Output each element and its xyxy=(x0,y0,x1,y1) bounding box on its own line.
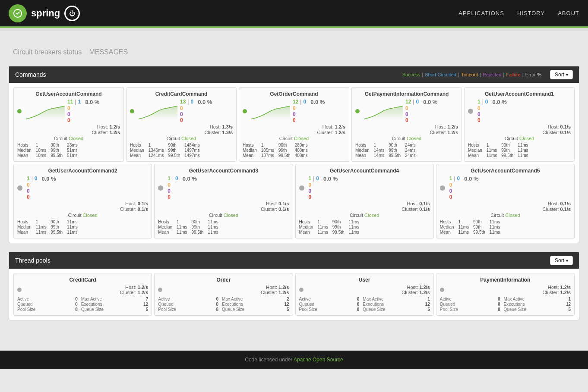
tp-executions-label: Executions xyxy=(504,302,544,307)
nav-about[interactable]: ABOUT xyxy=(558,10,579,16)
tp-queued-val: 0 xyxy=(198,302,219,307)
tp-host-cluster: Host: 1.2/s Cluster: 1.2/s xyxy=(448,285,571,295)
footer-text: Code licensed under xyxy=(245,357,294,363)
cb-p99-label: 99th xyxy=(168,148,180,153)
cb-host-cluster: Host: 0.1/s Cluster: 0.1/s xyxy=(440,201,571,212)
tp-executions-val: 12 xyxy=(125,302,148,307)
cb-stats: Hosts Median Mean 1 14ms 14ms 90th 99th … xyxy=(355,143,458,158)
cnt-timeout: 0 xyxy=(27,182,30,188)
cb-p99-label: 99th xyxy=(501,148,513,153)
nav-history[interactable]: HISTORY xyxy=(517,10,545,16)
status-dot xyxy=(17,109,22,113)
cb-host-rate: Host: 0.1/s xyxy=(468,124,571,129)
tp-dot-row: Host: 1.2/s Cluster: 1.2/s xyxy=(17,285,148,295)
threadpools-title: Thread pools xyxy=(15,257,51,264)
circuit-breaker-card: GetUserAccountCommand4 1 | 0 0.0 % 0 0 0 xyxy=(295,164,434,238)
scrollbar[interactable] xyxy=(0,28,588,31)
cb-hosts-val: 1 xyxy=(36,220,46,224)
cb-cnt-row3: 0 xyxy=(309,188,338,194)
cb-p90-label: 90th xyxy=(278,143,291,147)
cb-p995-label: 99.5th xyxy=(332,230,345,235)
cb-p90-label: 90th xyxy=(168,143,180,147)
tp-queued-val: 0 xyxy=(339,302,360,307)
tp-queue-size-label: Queue Size xyxy=(504,307,544,312)
tp-pool-size-val: 8 xyxy=(480,307,500,312)
tp-dot-row: Host: 1.2/s Cluster: 1.2/s xyxy=(299,285,430,295)
tp-max-active-val: 1 xyxy=(548,297,571,301)
tp-cluster-rate: Cluster: 1.2/s xyxy=(307,290,430,295)
legend-success: Success xyxy=(402,72,420,77)
cb-stats-pct-vals: 11ms 11ms 11ms xyxy=(349,220,359,235)
tp-host-rate: Host: 1.2/s xyxy=(448,285,571,290)
page-title: Circuit breakers status MESSAGES xyxy=(9,44,579,57)
cb-stats-pct-vals: 1484ms 1497ms 1497ms xyxy=(184,143,200,158)
nav-applications[interactable]: APPLICATIONS xyxy=(458,10,504,16)
cb-stats-pct-vals: 23ms 51ms 51ms xyxy=(67,143,77,158)
cb-mean-label: Mean xyxy=(243,153,257,158)
cb-stats: Hosts Median Mean 1 11ms 11ms 90th 99th … xyxy=(158,220,289,235)
tp-active-val: 0 xyxy=(57,297,78,301)
circuit-breaker-card: GetUserAccountCommand 11 | 1 8.0 % 0 xyxy=(13,87,124,162)
cb-p99-label: 99th xyxy=(192,225,204,229)
cb-stats: Hosts Median Mean 1 11ms 11ms 90th 99th … xyxy=(468,143,571,158)
cb-counts: 1 | 0 0.0 % 0 0 0 xyxy=(309,176,338,200)
cb-cluster-rate: Cluster: 1.2/s xyxy=(17,130,120,135)
cb-cnt-row2: 0 xyxy=(180,105,212,111)
cnt-success: 1 xyxy=(27,176,30,182)
cb-cnt-row4: 0 xyxy=(309,194,338,200)
footer: Code licensed under Apache Open Source xyxy=(0,351,588,369)
cb-cnt-row2: 0 xyxy=(405,105,437,111)
cb-p99-val: 11ms xyxy=(490,225,500,229)
legend-short-circuited: Short Circuited xyxy=(425,72,456,77)
cb-cnt-row: 1 | 0 0.0 % xyxy=(309,176,338,182)
commands-sort-button[interactable]: Sort xyxy=(550,70,573,79)
cb-card-title: GetUserAccountCommand1 xyxy=(468,91,571,97)
cb-mean-val: 137ms xyxy=(261,153,274,158)
circuit-breaker-card: GetUserAccountCommand5 1 | 0 0.0 % 0 0 0 xyxy=(436,164,575,238)
cb-median-label: Median xyxy=(440,225,454,229)
cb-graph-row: 1 | 0 0.0 % 0 0 0 xyxy=(299,176,430,200)
cb-hosts-label: Hosts xyxy=(158,220,172,224)
cnt-short: 0 xyxy=(316,176,319,182)
cb-stats-pct-labels: 90th 99th 99.5th xyxy=(168,143,180,158)
cb-mean-val: 11ms xyxy=(177,230,187,235)
cb-stats-labels: Hosts Median Mean xyxy=(355,143,370,158)
cb-stats-vals1: 1 11ms 11ms xyxy=(177,220,187,235)
circuit-breaker-card: GetUserAccountCommand2 1 | 0 0.0 % 0 0 0 xyxy=(13,164,152,238)
tp-active-val: 0 xyxy=(480,297,500,301)
cb-graph-row: 11 | 1 8.0 % 0 0 0 xyxy=(17,99,120,123)
cb-stats-vals1: 1 14ms 14ms xyxy=(374,143,384,158)
cb-cnt-row4: 0 xyxy=(67,117,99,123)
cb-stats-vals1: 1 11ms 11ms xyxy=(317,220,328,235)
cb-graph xyxy=(251,103,290,120)
cb-cnt-row3: 0 xyxy=(180,111,212,117)
status-dot xyxy=(243,109,247,113)
cb-host-rate: Host: 0.1/s xyxy=(299,201,430,206)
cb-graph-row: 12 | 0 0.0 % 0 0 0 xyxy=(243,99,345,123)
circuit-status: Circuit Closed xyxy=(17,136,120,141)
tp-host-cluster: Host: 1.2/s Cluster: 1.2/s xyxy=(307,285,430,295)
cnt-success: 1 xyxy=(449,176,452,182)
cb-host-rate: Host: 0.1/s xyxy=(17,201,148,206)
cnt-short: 0 xyxy=(175,176,178,182)
cb-median-val: 11ms xyxy=(458,225,469,229)
cb-hosts-label: Hosts xyxy=(130,143,144,147)
cb-p90-val: 289ms xyxy=(295,143,308,147)
tp-stats: Active 0 Max Active 2 Queued 0 Execution… xyxy=(158,297,289,312)
threadpools-sort-button[interactable]: Sort xyxy=(550,256,573,265)
footer-link[interactable]: Apache Open Source xyxy=(294,357,343,363)
tp-max-active-val: 2 xyxy=(266,297,289,301)
cb-stats-labels: Hosts Median Mean xyxy=(17,220,32,235)
cnt-short: 0 xyxy=(190,99,193,105)
cb-p995-val: 11ms xyxy=(490,230,500,235)
cb-p995-label: 99.5th xyxy=(51,230,63,235)
cnt-short: 0 xyxy=(416,99,419,105)
cb-stats-pct-labels: 90th 99th 99.5th xyxy=(192,220,204,235)
cnt-success: 13 xyxy=(180,99,186,105)
tp-pool-size-val: 8 xyxy=(57,307,78,312)
tp-status-dot xyxy=(299,288,303,292)
legend: Success | Short Circuited | Timeout | Re… xyxy=(402,72,541,77)
cnt-rejected: 0 xyxy=(449,188,452,194)
cnt-timeout: 0 xyxy=(405,105,408,111)
cb-p995-label: 99.5th xyxy=(389,153,401,158)
